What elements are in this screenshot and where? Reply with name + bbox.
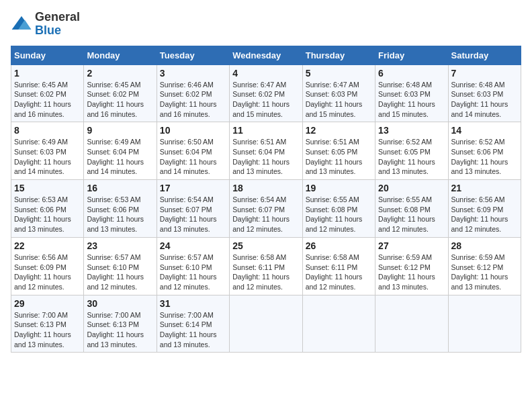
cell-week4-day0: 22 Sunrise: 6:56 AMSunset: 6:09 PMDaylig… <box>11 237 84 295</box>
day-number: 31 <box>160 298 226 309</box>
day-number: 19 <box>306 183 372 193</box>
cell-week4-day1: 23 Sunrise: 6:57 AMSunset: 6:10 PMDaylig… <box>84 237 157 295</box>
header-tuesday: Tuesday <box>157 46 229 64</box>
cell-week1-day1: 2 Sunrise: 6:45 AMSunset: 6:02 PMDayligh… <box>84 64 157 122</box>
day-number: 4 <box>232 68 299 79</box>
day-number: 23 <box>87 240 153 251</box>
day-number: 8 <box>14 125 81 136</box>
day-number: 26 <box>306 240 372 251</box>
cell-week5-day3 <box>230 295 302 353</box>
day-number: 18 <box>232 183 299 193</box>
day-number: 10 <box>160 125 226 136</box>
day-info: Sunrise: 6:45 AMSunset: 6:02 PMDaylight:… <box>87 81 144 118</box>
day-number: 27 <box>378 240 445 251</box>
day-info: Sunrise: 6:52 AMSunset: 6:05 PMDaylight:… <box>378 138 435 175</box>
day-info: Sunrise: 6:47 AMSunset: 6:03 PMDaylight:… <box>306 81 363 118</box>
cell-week2-day5: 13 Sunrise: 6:52 AMSunset: 6:05 PMDaylig… <box>375 122 448 180</box>
day-info: Sunrise: 6:48 AMSunset: 6:03 PMDaylight:… <box>451 81 508 118</box>
day-info: Sunrise: 6:56 AMSunset: 6:09 PMDaylight:… <box>14 253 71 291</box>
day-info: Sunrise: 6:53 AMSunset: 6:06 PMDaylight:… <box>14 195 71 233</box>
day-info: Sunrise: 6:54 AMSunset: 6:07 PMDaylight:… <box>160 195 217 233</box>
cell-week5-day4 <box>302 295 375 353</box>
day-info: Sunrise: 6:53 AMSunset: 6:06 PMDaylight:… <box>87 195 144 233</box>
day-info: Sunrise: 6:49 AMSunset: 6:03 PMDaylight:… <box>14 138 71 175</box>
day-info: Sunrise: 6:49 AMSunset: 6:04 PMDaylight:… <box>87 138 144 175</box>
day-info: Sunrise: 6:57 AMSunset: 6:10 PMDaylight:… <box>160 253 217 291</box>
week-row-2: 8 Sunrise: 6:49 AMSunset: 6:03 PMDayligh… <box>11 122 521 180</box>
day-info: Sunrise: 6:59 AMSunset: 6:12 PMDaylight:… <box>378 253 435 291</box>
day-info: Sunrise: 6:51 AMSunset: 6:05 PMDaylight:… <box>306 138 363 175</box>
day-number: 21 <box>451 183 518 193</box>
day-number: 24 <box>160 240 226 251</box>
header-friday: Friday <box>375 46 448 64</box>
day-number: 16 <box>87 183 153 193</box>
cell-week3-day0: 15 Sunrise: 6:53 AMSunset: 6:06 PMDaylig… <box>11 180 84 238</box>
cell-week1-day0: 1 Sunrise: 6:45 AMSunset: 6:02 PMDayligh… <box>11 64 84 122</box>
cell-week1-day6: 7 Sunrise: 6:48 AMSunset: 6:03 PMDayligh… <box>448 64 521 122</box>
day-number: 15 <box>14 183 81 193</box>
day-number: 22 <box>14 240 81 251</box>
cell-week5-day5 <box>375 295 448 353</box>
day-info: Sunrise: 6:46 AMSunset: 6:02 PMDaylight:… <box>160 81 217 118</box>
cell-week5-day1: 30 Sunrise: 7:00 AMSunset: 6:13 PMDaylig… <box>84 295 157 353</box>
day-info: Sunrise: 6:58 AMSunset: 6:11 PMDaylight:… <box>306 253 363 291</box>
cell-week5-day6 <box>448 295 521 353</box>
day-info: Sunrise: 7:00 AMSunset: 6:14 PMDaylight:… <box>160 311 217 349</box>
header-wednesday: Wednesday <box>230 46 302 64</box>
cell-week2-day0: 8 Sunrise: 6:49 AMSunset: 6:03 PMDayligh… <box>11 122 84 180</box>
day-info: Sunrise: 6:51 AMSunset: 6:04 PMDaylight:… <box>232 138 290 175</box>
header-thursday: Thursday <box>302 46 375 64</box>
week-row-3: 15 Sunrise: 6:53 AMSunset: 6:06 PMDaylig… <box>11 180 521 238</box>
cell-week3-day2: 17 Sunrise: 6:54 AMSunset: 6:07 PMDaylig… <box>157 180 229 238</box>
cell-week4-day6: 28 Sunrise: 6:59 AMSunset: 6:12 PMDaylig… <box>448 237 521 295</box>
week-row-4: 22 Sunrise: 6:56 AMSunset: 6:09 PMDaylig… <box>11 237 521 295</box>
day-info: Sunrise: 7:00 AMSunset: 6:13 PMDaylight:… <box>14 311 71 349</box>
cell-week5-day2: 31 Sunrise: 7:00 AMSunset: 6:14 PMDaylig… <box>157 295 229 353</box>
week-row-5: 29 Sunrise: 7:00 AMSunset: 6:13 PMDaylig… <box>11 295 521 353</box>
day-info: Sunrise: 6:57 AMSunset: 6:10 PMDaylight:… <box>87 253 144 291</box>
cell-week3-day4: 19 Sunrise: 6:55 AMSunset: 6:08 PMDaylig… <box>302 180 375 238</box>
day-number: 5 <box>306 68 372 79</box>
cell-week2-day3: 11 Sunrise: 6:51 AMSunset: 6:04 PMDaylig… <box>230 122 302 180</box>
cell-week2-day1: 9 Sunrise: 6:49 AMSunset: 6:04 PMDayligh… <box>84 122 157 180</box>
week-row-1: 1 Sunrise: 6:45 AMSunset: 6:02 PMDayligh… <box>11 64 521 122</box>
day-number: 20 <box>378 183 445 193</box>
day-number: 9 <box>87 125 153 136</box>
day-info: Sunrise: 6:47 AMSunset: 6:02 PMDaylight:… <box>232 81 290 118</box>
day-number: 28 <box>451 240 518 251</box>
cell-week1-day5: 6 Sunrise: 6:48 AMSunset: 6:03 PMDayligh… <box>375 64 448 122</box>
day-info: Sunrise: 6:55 AMSunset: 6:08 PMDaylight:… <box>378 195 435 233</box>
day-info: Sunrise: 6:45 AMSunset: 6:02 PMDaylight:… <box>14 81 71 118</box>
logo-blue: Blue <box>35 24 61 37</box>
calendar-table: SundayMondayTuesdayWednesdayThursdayFrid… <box>11 46 521 353</box>
day-number: 1 <box>14 68 81 79</box>
logo: General Blue <box>11 11 80 38</box>
day-number: 12 <box>306 125 372 136</box>
cell-week4-day3: 25 Sunrise: 6:58 AMSunset: 6:11 PMDaylig… <box>230 237 302 295</box>
logo-text: General Blue <box>35 11 80 38</box>
page-header: General Blue <box>11 11 521 38</box>
header-sunday: Sunday <box>11 46 84 64</box>
day-number: 13 <box>378 125 445 136</box>
day-number: 30 <box>87 298 153 309</box>
day-info: Sunrise: 6:52 AMSunset: 6:06 PMDaylight:… <box>451 138 508 175</box>
cell-week1-day2: 3 Sunrise: 6:46 AMSunset: 6:02 PMDayligh… <box>157 64 229 122</box>
cell-week5-day0: 29 Sunrise: 7:00 AMSunset: 6:13 PMDaylig… <box>11 295 84 353</box>
day-number: 25 <box>232 240 299 251</box>
day-info: Sunrise: 6:59 AMSunset: 6:12 PMDaylight:… <box>451 253 508 291</box>
day-info: Sunrise: 6:48 AMSunset: 6:03 PMDaylight:… <box>378 81 435 118</box>
cell-week2-day4: 12 Sunrise: 6:51 AMSunset: 6:05 PMDaylig… <box>302 122 375 180</box>
day-number: 17 <box>160 183 226 193</box>
cell-week3-day6: 21 Sunrise: 6:56 AMSunset: 6:09 PMDaylig… <box>448 180 521 238</box>
cell-week2-day6: 14 Sunrise: 6:52 AMSunset: 6:06 PMDaylig… <box>448 122 521 180</box>
day-info: Sunrise: 6:50 AMSunset: 6:04 PMDaylight:… <box>160 138 217 175</box>
weekday-header-row: SundayMondayTuesdayWednesdayThursdayFrid… <box>11 46 521 64</box>
day-info: Sunrise: 6:56 AMSunset: 6:09 PMDaylight:… <box>451 195 508 233</box>
day-number: 29 <box>14 298 81 309</box>
cell-week1-day4: 5 Sunrise: 6:47 AMSunset: 6:03 PMDayligh… <box>302 64 375 122</box>
day-number: 3 <box>160 68 226 79</box>
day-number: 6 <box>378 68 445 79</box>
day-info: Sunrise: 6:58 AMSunset: 6:11 PMDaylight:… <box>232 253 290 291</box>
cell-week3-day1: 16 Sunrise: 6:53 AMSunset: 6:06 PMDaylig… <box>84 180 157 238</box>
cell-week3-day3: 18 Sunrise: 6:54 AMSunset: 6:07 PMDaylig… <box>230 180 302 238</box>
